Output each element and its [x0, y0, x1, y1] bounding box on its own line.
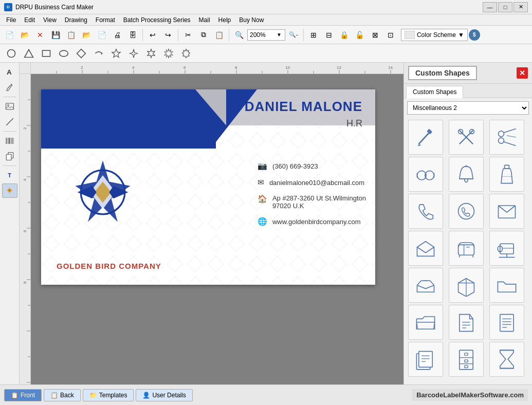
- svg-marker-4: [77, 49, 86, 58]
- shape-document2[interactable]: [489, 305, 524, 340]
- document-button[interactable]: 📄: [95, 28, 109, 42]
- shape-arc[interactable]: [91, 46, 106, 61]
- shape-hourglass[interactable]: [489, 342, 524, 377]
- redo-button[interactable]: ↪: [161, 28, 175, 42]
- card-logo: [67, 156, 139, 230]
- shape-rectangle[interactable]: [39, 46, 53, 61]
- paint-tool-button[interactable]: [2, 80, 17, 95]
- save-as-button[interactable]: 📋: [64, 28, 78, 42]
- menu-format[interactable]: Format: [91, 15, 119, 25]
- shape-mailbox1[interactable]: [449, 231, 484, 266]
- zoom-out-button[interactable]: 🔍-: [286, 28, 301, 42]
- shape-phone[interactable]: [408, 194, 443, 229]
- shape-scissors-cut[interactable]: [489, 120, 524, 155]
- svg-text:6: 6: [23, 230, 27, 232]
- shape-pencil[interactable]: [408, 120, 443, 155]
- copy-button[interactable]: ⧉: [196, 28, 211, 42]
- shape-folder[interactable]: [489, 268, 524, 303]
- menu-view[interactable]: View: [39, 15, 61, 25]
- zoom-input[interactable]: [250, 31, 276, 39]
- barcode-tool-button[interactable]: [2, 134, 17, 148]
- open2-button[interactable]: 📂: [79, 28, 94, 42]
- print-button[interactable]: 🖨: [110, 28, 124, 42]
- shape-papers[interactable]: [408, 342, 443, 377]
- shape-letter-open[interactable]: [408, 231, 443, 266]
- tb-sep4: [303, 29, 304, 41]
- shape-filing-cabinet[interactable]: [449, 342, 484, 377]
- tb-sep2: [178, 29, 178, 41]
- tab-back-label: Back: [60, 392, 74, 399]
- tab-user-details-label: User Details: [152, 392, 186, 399]
- paste-button[interactable]: 📋: [212, 28, 226, 42]
- shape-star4[interactable]: [126, 46, 141, 61]
- shape-circle[interactable]: [4, 46, 19, 61]
- shape-bottle[interactable]: [489, 157, 524, 192]
- tab-back[interactable]: 📋 Back: [44, 389, 81, 401]
- shape-star6[interactable]: [144, 46, 158, 61]
- svg-rect-126: [465, 360, 468, 362]
- canvas-area[interactable]: 2 4 6 8 10 12 14: [20, 63, 403, 384]
- line-tool-button[interactable]: [2, 115, 17, 129]
- tb-btn5[interactable]: ⊠: [368, 28, 382, 42]
- currency-icon[interactable]: $: [469, 29, 480, 41]
- image-tool-button[interactable]: [2, 99, 17, 114]
- shape-badge[interactable]: [179, 46, 193, 61]
- tab-templates[interactable]: 📁 Templates: [83, 389, 134, 401]
- tb-btn1[interactable]: ⊞: [306, 28, 321, 42]
- close-file-button[interactable]: ✕: [33, 28, 47, 42]
- address-icon: 🏠: [258, 194, 267, 204]
- zoom-down-arrow[interactable]: ▼: [276, 32, 283, 38]
- menu-file[interactable]: File: [2, 15, 20, 25]
- shape-star5[interactable]: [109, 46, 123, 61]
- minimize-button[interactable]: —: [483, 2, 497, 12]
- maximize-button[interactable]: □: [498, 2, 512, 12]
- custom-shapes-tab[interactable]: Custom Shapes: [406, 86, 463, 98]
- panel-close-button[interactable]: ✕: [517, 67, 528, 79]
- shape-scissors-cross[interactable]: [449, 120, 484, 155]
- shape-envelope[interactable]: [489, 194, 524, 229]
- shape-ellipse[interactable]: [57, 46, 71, 61]
- tab-user-details[interactable]: 👤 User Details: [136, 389, 192, 401]
- open-button[interactable]: 📂: [17, 28, 32, 42]
- shape-package[interactable]: [449, 268, 484, 303]
- text2-tool-button[interactable]: T: [2, 168, 17, 182]
- shape-starburst[interactable]: [161, 46, 176, 61]
- menu-batch[interactable]: Batch Processing Series: [119, 15, 195, 25]
- svg-line-79: [503, 142, 516, 146]
- undo-button[interactable]: ↩: [145, 28, 160, 42]
- shape-triangle[interactable]: [22, 46, 36, 61]
- save-button[interactable]: 💾: [48, 28, 63, 42]
- business-card[interactable]: DANIEL MALONE H.R: [41, 89, 375, 285]
- shape-diamond[interactable]: [74, 46, 88, 61]
- menu-drawing[interactable]: Drawing: [61, 15, 91, 25]
- website-icon: 🌐: [258, 217, 267, 226]
- menu-help[interactable]: Help: [214, 15, 235, 25]
- shapes-category-dropdown[interactable]: Miscellaneous 2 Miscellaneous 1 Miscella…: [407, 101, 529, 115]
- new-button[interactable]: 📄: [2, 28, 16, 42]
- right-panel: Custom Shapes ✕ Custom Shapes Miscellane…: [403, 63, 532, 384]
- shape-document1[interactable]: [449, 305, 484, 340]
- card-address2: 97020 U.K: [272, 202, 366, 210]
- shape-bell[interactable]: [449, 157, 484, 192]
- tb-btn4[interactable]: 🔓: [353, 28, 367, 42]
- database-button[interactable]: 🗄: [125, 28, 140, 42]
- close-button[interactable]: ✕: [513, 2, 528, 12]
- tb-btn6[interactable]: ⊡: [383, 28, 398, 42]
- copy-tool-button[interactable]: [2, 149, 17, 163]
- cut-button[interactable]: ✂: [181, 28, 195, 42]
- shape-phone-circle[interactable]: [449, 194, 484, 229]
- tab-front[interactable]: 📋 Front: [4, 389, 42, 401]
- shape-folder-open[interactable]: [408, 305, 443, 340]
- text-tool-button[interactable]: A: [2, 65, 17, 79]
- menu-mail[interactable]: Mail: [195, 15, 214, 25]
- zoom-in-button[interactable]: 🔍: [232, 28, 246, 42]
- menu-buynow[interactable]: Buy Now: [235, 15, 268, 25]
- tb-btn3[interactable]: 🔒: [337, 28, 352, 42]
- tb-btn2[interactable]: ⊟: [322, 28, 336, 42]
- star-tool-button[interactable]: ✦: [2, 183, 17, 198]
- menu-edit[interactable]: Edit: [20, 15, 39, 25]
- color-scheme-button[interactable]: Color Scheme ▼: [401, 29, 468, 41]
- shape-mailbox2[interactable]: [489, 231, 524, 266]
- shape-mail-delivery[interactable]: [408, 268, 443, 303]
- shape-glasses[interactable]: [408, 157, 443, 192]
